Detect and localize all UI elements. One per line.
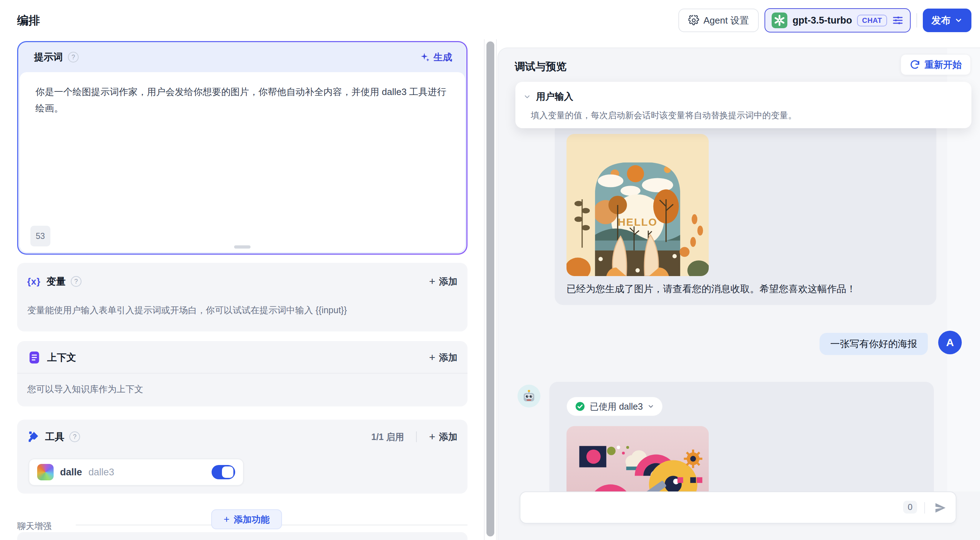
- agent-settings-button[interactable]: Agent 设置: [678, 9, 759, 32]
- add-context-label: 添加: [439, 351, 458, 364]
- user-input-card: 用户输入 填入变量的值，每次启动新会话时该变量将自动替换提示词中的变量。: [515, 82, 971, 128]
- add-variable-button[interactable]: + 添加: [429, 275, 458, 288]
- generate-label: 生成: [434, 51, 452, 64]
- generated-image-autumn[interactable]: HELLO: [566, 134, 709, 276]
- header-actions: Agent 设置 gpt-3.5-turbo CHAT 发布: [678, 8, 971, 32]
- app-root: 编排 Agent 设置 gpt-3.5-turbo CHAT 发布: [0, 0, 980, 540]
- assistant-message: HELLO: [555, 122, 936, 305]
- agent-settings-label: Agent 设置: [703, 14, 749, 27]
- robot-icon: [522, 389, 536, 403]
- image-text: HELLO: [617, 216, 657, 228]
- help-icon[interactable]: ?: [71, 276, 81, 287]
- divider: [17, 373, 468, 373]
- tool-name: dalle: [60, 467, 82, 478]
- chevron-down-icon: [523, 93, 531, 101]
- dalle-icon: [37, 464, 54, 480]
- input-char-count: 0: [903, 501, 917, 514]
- context-card: 上下文 + 添加 您可以导入知识库作为上下文: [17, 341, 468, 407]
- model-name: gpt-3.5-turbo: [792, 15, 852, 26]
- tools-header-right: 1/1 启用 + 添加: [371, 431, 458, 443]
- tools-header: 工具 ? 1/1 启用 + 添加: [27, 430, 458, 443]
- tools-card: 工具 ? 1/1 启用 + 添加 dalle dalle3: [17, 420, 468, 494]
- scrollbar-thumb[interactable]: [487, 41, 494, 537]
- model-selector[interactable]: gpt-3.5-turbo CHAT: [765, 8, 911, 32]
- tool-icon: [27, 431, 39, 443]
- tools-title: 工具: [45, 430, 64, 443]
- publish-button[interactable]: 发布: [923, 9, 971, 32]
- tool-used-badge[interactable]: 已使用 dalle3: [566, 397, 663, 416]
- plus-icon: +: [429, 275, 435, 287]
- chevron-down-icon: [647, 403, 654, 410]
- sliders-icon: [892, 15, 904, 26]
- plus-icon: +: [224, 514, 229, 525]
- openai-icon: [772, 13, 788, 28]
- chat-input[interactable]: [529, 495, 886, 520]
- scrollbar-gutter: [484, 39, 497, 540]
- context-title: 上下文: [47, 351, 76, 364]
- resize-handle[interactable]: [234, 245, 251, 249]
- add-tool-label: 添加: [439, 431, 458, 443]
- plus-icon: +: [429, 351, 435, 364]
- context-header: 上下文 + 添加: [27, 350, 458, 365]
- tools-enabled-count: 1/1 启用: [371, 431, 404, 443]
- send-button[interactable]: [934, 501, 947, 515]
- user-avatar: A: [938, 331, 962, 354]
- char-count-badge: 53: [30, 226, 50, 246]
- prompt-card: 提示词 ? 生成 你是一个绘图提示词作家，用户会发给你想要的图片，你帮他自动补全…: [17, 41, 468, 255]
- restart-button[interactable]: 重新开始: [900, 54, 971, 75]
- model-type-badge: CHAT: [857, 15, 887, 26]
- page-title: 编排: [17, 13, 40, 29]
- check-circle-icon: [575, 401, 585, 412]
- variables-description: 变量能使用户输入表单引入提示词或开场白，你可以试试在提示词中输入 {{input…: [27, 304, 347, 316]
- user-input-title: 用户输入: [536, 91, 573, 103]
- add-feature-label: 添加功能: [234, 514, 269, 525]
- tool-toggle[interactable]: [212, 465, 235, 479]
- document-icon: [27, 350, 41, 365]
- header-divider: [916, 13, 917, 27]
- add-variable-label: 添加: [439, 275, 458, 288]
- prompt-title: 提示词: [34, 51, 63, 64]
- debug-preview-panel: 调试与预览 重新开始: [498, 48, 980, 540]
- top-header: 编排 Agent 设置 gpt-3.5-turbo CHAT 发布: [0, 0, 980, 41]
- chat-input-area: 0: [498, 491, 980, 540]
- chat-enhance-label: 聊天增强: [17, 520, 51, 532]
- user-input-header[interactable]: 用户输入: [523, 91, 573, 103]
- add-tool-button[interactable]: + 添加: [429, 431, 458, 443]
- tool-label: dalle3: [89, 467, 115, 478]
- help-icon[interactable]: ?: [68, 52, 79, 62]
- prompt-textarea[interactable]: 你是一个绘图提示词作家，用户会发给你想要的图片，你帮他自动补全内容，并使用 da…: [20, 72, 465, 252]
- help-icon[interactable]: ?: [69, 431, 80, 442]
- assistant-avatar: [517, 384, 540, 408]
- add-feature-button[interactable]: + 添加功能: [211, 509, 282, 529]
- next-section-card-edge: [17, 532, 468, 540]
- tool-item-dalle[interactable]: dalle dalle3: [29, 459, 244, 486]
- add-context-button[interactable]: + 添加: [429, 351, 458, 364]
- plus-icon: +: [429, 431, 435, 443]
- generate-button[interactable]: 生成: [420, 51, 452, 64]
- publish-label: 发布: [931, 14, 951, 27]
- tool-used-label: 已使用 dalle3: [590, 401, 643, 413]
- debug-title: 调试与预览: [515, 60, 566, 74]
- prompt-text: 你是一个绘图提示词作家，用户会发给你想要的图片，你帮他自动补全内容，并使用 da…: [35, 86, 446, 114]
- divider: [416, 431, 417, 442]
- prompt-card-inner: 提示词 ? 生成 你是一个绘图提示词作家，用户会发给你想要的图片，你帮他自动补全…: [18, 42, 466, 254]
- restart-label: 重新开始: [924, 59, 962, 71]
- prompt-card-header: 提示词 ? 生成: [18, 42, 466, 72]
- chat-input-box: 0: [520, 491, 956, 524]
- context-description: 您可以导入知识库作为上下文: [27, 383, 143, 395]
- variables-title: 变量: [46, 275, 66, 288]
- sparkle-icon: [420, 52, 430, 62]
- variables-card: {x} 变量 ? + 添加 变量能使用户输入表单引入提示词或开场白，你可以试试在…: [17, 263, 468, 332]
- user-input-description: 填入变量的值，每次启动新会话时该变量将自动替换提示词中的变量。: [531, 110, 797, 121]
- variables-header: {x} 变量 ? + 添加: [27, 275, 458, 288]
- gear-icon: [688, 15, 699, 26]
- chevron-down-icon: [954, 16, 963, 25]
- variable-icon: {x}: [27, 276, 41, 287]
- toggle-knob: [222, 467, 233, 478]
- assistant-message-text: 已经为您生成了图片，请查看您的消息收取。希望您喜欢这幅作品！: [566, 283, 856, 295]
- user-message: 一张写有你好的海报: [819, 333, 928, 355]
- divider: [924, 502, 925, 514]
- refresh-icon: [910, 59, 920, 70]
